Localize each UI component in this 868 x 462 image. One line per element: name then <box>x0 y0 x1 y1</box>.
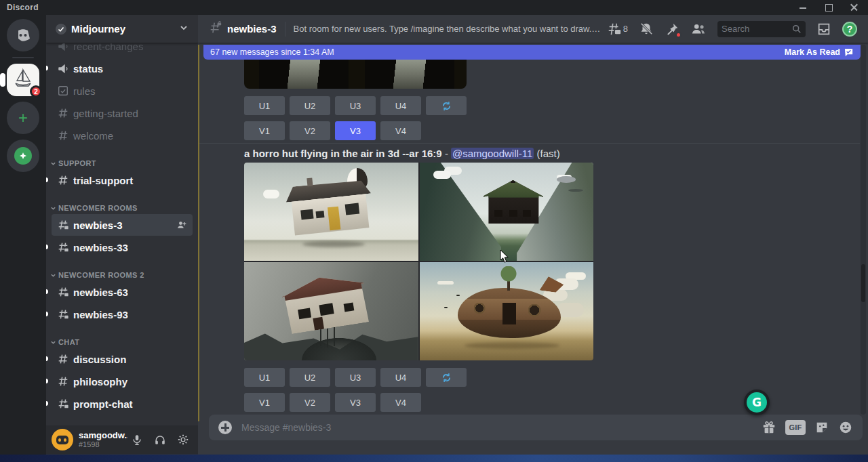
prompt-dash: - <box>445 148 448 159</box>
maximize-icon[interactable] <box>825 3 833 12</box>
reroll-button[interactable] <box>426 96 467 115</box>
grid-image-stormy-hut[interactable] <box>244 262 418 360</box>
add-server-button[interactable]: + <box>7 102 39 134</box>
window-controls <box>799 3 868 12</box>
channel-prompt-chat[interactable]: prompt-chat <box>52 393 193 415</box>
explore-servers-button[interactable] <box>7 140 39 172</box>
grammarly-icon: G <box>747 392 767 413</box>
notifications-muted-button[interactable] <box>639 22 654 37</box>
u3-button[interactable]: U3 <box>335 96 376 115</box>
pinned-messages-button[interactable] <box>665 22 679 37</box>
gif-picker-button[interactable]: GIF <box>785 420 806 435</box>
threads-button[interactable]: 8 <box>607 22 628 37</box>
u1-button[interactable]: U1 <box>244 96 285 115</box>
user-mention[interactable]: @samgoodwill-11 <box>451 148 534 159</box>
grid-image-steampunk-island[interactable] <box>420 262 594 360</box>
tree-art <box>498 266 519 291</box>
grid-image-mountain-cabin[interactable] <box>420 163 594 261</box>
u1-button[interactable]: U1 <box>244 368 285 387</box>
v4-button[interactable]: V4 <box>380 121 421 140</box>
user-settings-button[interactable] <box>174 430 193 449</box>
section-label: NEWCOMER ROOMS 2 <box>58 271 144 279</box>
channel-title: newbies-3 <box>209 21 277 37</box>
section-chat[interactable]: CHAT <box>46 326 198 348</box>
inbox-button[interactable] <box>816 22 831 37</box>
section-support[interactable]: SUPPORT <box>46 147 198 169</box>
headphones-icon <box>154 434 166 446</box>
grammarly-widget[interactable]: G <box>744 390 770 415</box>
hash-icon <box>57 353 69 365</box>
v3-button-selected[interactable]: V3 <box>335 121 376 140</box>
user-avatar[interactable] <box>52 429 73 450</box>
channel-newbies-63[interactable]: newbies-63 <box>52 281 193 303</box>
invite-people-icon[interactable] <box>176 219 187 230</box>
minimize-icon[interactable] <box>799 3 807 12</box>
v3-button[interactable]: V3 <box>335 393 376 412</box>
section-newcomer-rooms[interactable]: NEWCOMER ROOMS <box>46 192 198 213</box>
section-chevron-icon <box>50 161 56 167</box>
channel-list: recent-changes status rules getting-star… <box>46 43 198 425</box>
channel-philosophy[interactable]: philosophy <box>52 371 193 392</box>
mute-microphone-button[interactable] <box>127 430 146 449</box>
threads-count: 8 <box>623 24 628 34</box>
channel-sidebar: Midjourney recent-changes status rules g… <box>46 15 198 462</box>
message2-upscale-row: U1 U2 U3 U4 <box>244 368 467 387</box>
attach-file-button[interactable] <box>218 421 232 434</box>
user-discriminator: #1598 <box>79 440 127 448</box>
search-input[interactable] <box>722 24 792 34</box>
v1-button[interactable]: V1 <box>244 121 285 140</box>
channel-welcome[interactable]: welcome <box>52 125 193 146</box>
section-newcomer-rooms-2[interactable]: NEWCOMER ROOMS 2 <box>46 259 198 280</box>
v4-button[interactable]: V4 <box>380 393 421 412</box>
emoji-picker-button[interactable] <box>838 420 853 435</box>
message-input[interactable] <box>241 422 762 433</box>
header-divider <box>285 22 285 37</box>
u4-button[interactable]: U4 <box>380 368 421 387</box>
channel-trial-support[interactable]: trial-support <box>52 169 193 191</box>
channel-newbies-93[interactable]: newbies-93 <box>52 303 193 325</box>
mark-as-read-button[interactable]: Mark As Read <box>785 47 854 58</box>
discord-app-window: { "titlebar": { "app_name": "Discord" },… <box>0 0 868 462</box>
channel-discussion[interactable]: discussion <box>52 348 193 370</box>
legs-art <box>320 327 321 346</box>
channel-newbies-33[interactable]: newbies-33 <box>52 236 193 258</box>
channel-newbies-3[interactable]: newbies-3 <box>52 214 193 236</box>
new-messages-bar[interactable]: 67 new messages since 1:34 AM Mark As Re… <box>203 45 861 60</box>
close-icon[interactable] <box>850 3 859 12</box>
channel-rules[interactable]: rules <box>52 80 193 102</box>
v2-button[interactable]: V2 <box>290 393 330 412</box>
channel-status[interactable]: status <box>52 58 193 79</box>
channel-header-name: newbies-3 <box>227 23 277 35</box>
v2-button[interactable]: V2 <box>290 121 330 140</box>
scrollbar-thumb[interactable] <box>861 264 865 302</box>
u2-button[interactable]: U2 <box>290 96 330 115</box>
section-label: SUPPORT <box>58 159 96 167</box>
v1-button[interactable]: V1 <box>244 393 285 412</box>
home-button[interactable] <box>7 19 39 51</box>
gift-button[interactable] <box>762 420 776 435</box>
message-composer: GIF <box>209 415 863 440</box>
message1-image-grid[interactable] <box>244 60 467 89</box>
server-header[interactable]: Midjourney <box>46 15 198 43</box>
channel-recent-changes[interactable]: recent-changes <box>52 43 193 57</box>
sticker-picker-button[interactable] <box>814 420 829 435</box>
member-list-button[interactable] <box>690 22 707 37</box>
server-icon-midjourney[interactable]: 2 <box>7 64 39 96</box>
channel-getting-started[interactable]: getting-started <box>52 102 193 124</box>
search-bar[interactable] <box>717 21 806 37</box>
server-unread-pill <box>0 73 5 87</box>
grid-image-balloon-house[interactable] <box>244 163 418 261</box>
chevron-down-icon <box>179 23 189 35</box>
cabin-art <box>484 180 543 224</box>
u2-button[interactable]: U2 <box>290 368 330 387</box>
scrollbar-track[interactable] <box>861 45 866 415</box>
hash-icon <box>57 375 69 387</box>
help-button[interactable]: ? <box>842 22 857 37</box>
deafen-button[interactable] <box>151 430 170 449</box>
u3-button[interactable]: U3 <box>335 368 376 387</box>
channel-topic[interactable]: Bot room for new users. Type /imagine th… <box>294 24 602 34</box>
reroll-button[interactable] <box>426 368 467 387</box>
u4-button[interactable]: U4 <box>380 96 421 115</box>
user-info[interactable]: samgoodw... #1598 <box>79 431 127 448</box>
channel-name: discussion <box>73 354 187 365</box>
